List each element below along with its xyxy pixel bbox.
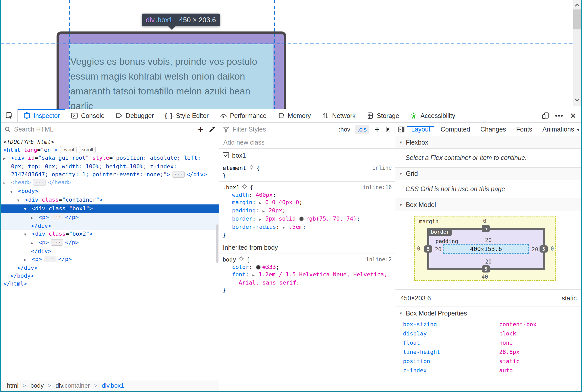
scrollbar-thumb[interactable] xyxy=(573,9,581,29)
collapse-icon[interactable]: ▼ xyxy=(24,231,32,238)
sidebar-tab-computed[interactable]: Computed xyxy=(435,126,475,133)
color-swatch[interactable] xyxy=(256,265,261,270)
border-top-value[interactable]: 5 xyxy=(482,225,490,232)
markup-tree-row[interactable]: <html lang="en">eventscroll xyxy=(1,146,219,154)
pick-element-button[interactable] xyxy=(1,109,18,122)
padding-top-value[interactable]: 20 xyxy=(485,237,491,243)
color-swatch[interactable] xyxy=(299,216,304,221)
search-input[interactable]: Search HTML xyxy=(14,126,53,133)
markup-tree-row[interactable]: ▶<p>···</p> xyxy=(1,238,219,247)
create-node-button[interactable]: + xyxy=(196,125,205,134)
property-name[interactable]: color xyxy=(232,264,249,270)
page-scrollbar[interactable] xyxy=(573,0,581,106)
responsive-mode-button[interactable] xyxy=(539,110,552,122)
padding-right-value[interactable]: 20 xyxy=(532,246,538,253)
add-class-input[interactable]: Add new class xyxy=(223,139,265,146)
property-value[interactable]: content-box xyxy=(499,321,536,328)
tab-accessibility[interactable]: Accessibility xyxy=(404,109,460,122)
grid-section-header[interactable]: ▼ Grid xyxy=(395,168,581,180)
property-name[interactable]: position xyxy=(403,358,499,364)
property-value[interactable]: 400px xyxy=(256,192,273,198)
css-rules-list[interactable]: element{inline}.box1{inline:16width: 400… xyxy=(219,162,395,391)
css-declaration[interactable]: border-radius: ▶.5em; xyxy=(219,223,395,231)
border-right-value[interactable]: 5 xyxy=(540,245,548,253)
box-model-margin-layer[interactable]: margin 0 0 0 40 padding 20 20 20 20 bord… xyxy=(414,216,556,281)
markup-tree-row[interactable]: ▶<div id="saka-gui-root" style="position… xyxy=(1,154,219,178)
property-value[interactable]: rgb(75, 70, 74) xyxy=(306,215,357,222)
property-name[interactable]: border-radius xyxy=(232,224,276,230)
expand-sidebar-button[interactable] xyxy=(397,126,405,133)
property-value[interactable]: 0 0 40px 0 xyxy=(265,199,299,205)
flexbox-section-header[interactable]: ▼ Flexbox xyxy=(395,136,581,149)
highlight-matching-elements-icon[interactable] xyxy=(238,256,244,263)
close-devtools-button[interactable]: ✕ xyxy=(567,110,579,122)
tab-inspector[interactable]: Inspector xyxy=(18,109,65,122)
collapse-icon[interactable]: ▼ xyxy=(10,188,18,196)
markup-tree-row[interactable]: ▼<body> xyxy=(1,187,219,196)
property-value[interactable]: none xyxy=(499,340,513,346)
show-children-pill[interactable]: ··· xyxy=(33,179,46,186)
margin-top-value[interactable]: 0 xyxy=(483,218,486,224)
property-name[interactable]: display xyxy=(403,330,499,337)
markup-tree-row[interactable]: ▼<div class="container"> xyxy=(1,196,219,204)
property-value[interactable]: 1.2em / 1.5 Helvetica Neue, Helvetica, A… xyxy=(239,271,387,286)
css-declaration[interactable]: border: ▶5px solid rgb(75, 70, 74); xyxy=(219,215,395,223)
expand-icon[interactable]: ▶ xyxy=(31,214,39,222)
property-name[interactable]: margin xyxy=(232,199,252,205)
show-children-pill[interactable]: ··· xyxy=(172,171,185,178)
markup-tree-row[interactable]: ▶<p>···</p> xyxy=(1,213,219,222)
markup-tree-row[interactable]: ▶<head>···</head> xyxy=(1,178,219,187)
rule-source-link[interactable]: inline:2 xyxy=(366,256,392,263)
padding-bottom-value[interactable]: 20 xyxy=(485,259,491,265)
class-checkbox[interactable] xyxy=(223,152,229,158)
filter-styles-input[interactable]: Filter Styles xyxy=(233,126,266,133)
markup-tree-row[interactable]: ▼<div class="box1"> xyxy=(1,204,219,213)
tab-storage[interactable]: Storage xyxy=(361,109,405,122)
property-name[interactable]: line-height xyxy=(403,349,499,355)
rule-source-link[interactable]: inline xyxy=(372,164,392,172)
scroll-down-icon[interactable] xyxy=(575,97,579,101)
rule-source-link[interactable]: inline:16 xyxy=(363,184,392,191)
all-tabs-menu-icon[interactable]: ▼ xyxy=(576,128,580,132)
expand-shorthand-icon[interactable]: ▶ xyxy=(283,224,289,231)
border-left-value[interactable]: 5 xyxy=(424,245,432,253)
property-value[interactable]: block xyxy=(499,330,516,337)
markup-tree-row[interactable]: </div> xyxy=(1,222,219,230)
tab-performance[interactable]: Performance xyxy=(214,109,272,122)
property-value[interactable]: auto xyxy=(499,367,513,374)
show-children-pill[interactable]: ··· xyxy=(44,256,57,262)
expand-icon[interactable]: ▶ xyxy=(3,179,11,187)
breadcrumb-item[interactable]: div.container xyxy=(56,382,90,389)
collapse-icon[interactable]: ▼ xyxy=(17,197,25,204)
property-name[interactable]: border xyxy=(232,215,252,222)
markup-tree-row[interactable]: </div> xyxy=(1,264,219,272)
property-name[interactable]: width xyxy=(232,192,249,198)
margin-bottom-value[interactable]: 40 xyxy=(481,274,488,280)
tab-style-editor[interactable]: { }Style Editor xyxy=(159,109,214,122)
expand-shorthand-icon[interactable]: ▶ xyxy=(259,199,265,207)
show-children-pill[interactable]: ··· xyxy=(51,239,63,246)
breadcrumb-item[interactable]: body xyxy=(30,382,44,389)
markup-scrollbar-thumb[interactable] xyxy=(216,224,218,263)
markup-tree-row[interactable]: </html> xyxy=(1,280,219,288)
property-name[interactable]: box-sizing xyxy=(403,321,499,328)
css-declaration[interactable]: padding: ▶20px; xyxy=(219,207,395,215)
markup-tree-row[interactable]: ▼<div class="box2"> xyxy=(1,230,219,238)
breadcrumb[interactable]: html>body>div.container>div.box1 xyxy=(1,380,219,391)
markup-tree-row[interactable]: </body> xyxy=(1,272,219,280)
tab-memory[interactable]: Memory xyxy=(272,109,316,122)
css-declaration[interactable]: color: #333; xyxy=(219,263,395,271)
margin-left-value[interactable]: 0 xyxy=(417,246,420,252)
sidebar-tab-changes[interactable]: Changes xyxy=(475,126,511,133)
rule-selector[interactable]: body xyxy=(223,256,236,263)
tab-debugger[interactable]: Debugger xyxy=(110,109,159,122)
property-name[interactable]: float xyxy=(403,340,499,346)
expand-icon[interactable]: ▶ xyxy=(3,155,11,162)
add-class-row[interactable]: Add new class xyxy=(219,136,395,149)
sidebar-tab-fonts[interactable]: Fonts xyxy=(511,126,537,133)
property-value[interactable]: 5px solid xyxy=(265,215,299,222)
sidebar-tab-animations[interactable]: Animations xyxy=(537,126,579,133)
property-value[interactable]: .5em xyxy=(289,224,303,230)
box-model-content-layer[interactable]: 400×153.6 xyxy=(443,244,529,254)
property-value[interactable]: 20px xyxy=(269,207,282,214)
